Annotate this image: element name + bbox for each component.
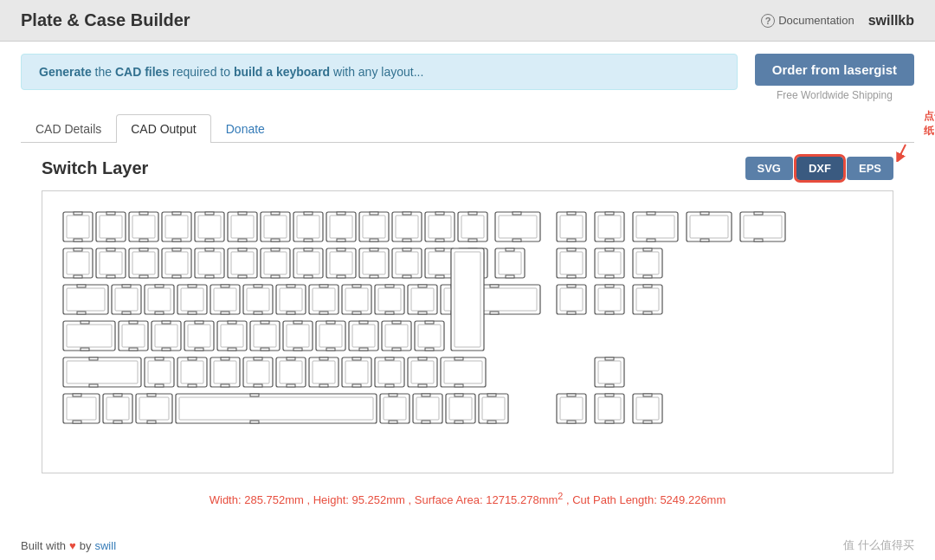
banner: Generate the CAD files required to build… xyxy=(21,54,738,90)
svg-rect-33 xyxy=(455,252,480,347)
svg-rect-37 xyxy=(89,384,98,387)
svg-rect-29 xyxy=(67,325,112,347)
tab-label-cad-details: CAD Details xyxy=(35,122,101,136)
footer: Built with ♥ by swill 值 什么值得买 xyxy=(0,527,935,560)
svg-rect-18 xyxy=(754,212,763,215)
svg-rect-41 xyxy=(455,384,463,387)
stat-cut-val: 5249.226mm xyxy=(660,493,725,506)
section-title: Switch Layer xyxy=(42,158,148,178)
svg-button[interactable]: SVG xyxy=(745,157,793,180)
shipping-label: Free Worldwide Shipping xyxy=(755,89,914,101)
svg-rect-52 xyxy=(250,394,259,396)
svg-rect-64 xyxy=(455,394,463,396)
svg-rect-51 xyxy=(179,397,373,420)
svg-rect-27 xyxy=(490,312,499,314)
footer-watermark: 值 什么值得买 xyxy=(843,537,914,553)
svg-rect-6 xyxy=(513,212,521,215)
tab-cad-output[interactable]: CAD Output xyxy=(116,114,210,143)
svg-rect-59 xyxy=(416,397,439,420)
footer-link[interactable]: swill xyxy=(94,539,116,552)
svg-rect-68 xyxy=(487,394,496,396)
svg-rect-53 xyxy=(250,421,259,423)
keyboard-container xyxy=(42,190,893,473)
svg-rect-39 xyxy=(444,361,482,383)
tab-cad-details[interactable]: CAD Details xyxy=(21,114,116,143)
svg-rect-17 xyxy=(744,216,782,238)
svg-rect-7 xyxy=(513,239,521,241)
svg-rect-2 xyxy=(67,205,75,208)
format-btn-group: SVG DXF EPS 点击下载图 纸 xyxy=(745,157,893,180)
stat-area-label: Surface Area: xyxy=(415,493,486,506)
stat-area-val: 12715.278mm2 xyxy=(486,493,563,506)
svg-rect-44 xyxy=(73,394,81,396)
banner-strong1: Generate xyxy=(39,65,92,79)
svg-rect-36 xyxy=(89,357,98,360)
banner-mid1: the xyxy=(95,65,115,79)
main-content: Switch Layer SVG DXF EPS 点击下载图 纸 xyxy=(21,143,914,527)
header: Plate & Case Builder ? Documentation swi… xyxy=(0,0,935,42)
banner-strong2: CAD files xyxy=(115,65,169,79)
stats-bar: Width: 285.752mm , Height: 95.252mm , Su… xyxy=(42,484,893,513)
svg-rect-35 xyxy=(67,361,138,383)
banner-text: Generate the CAD files required to build… xyxy=(39,65,423,79)
stat-height-val: 95.252mm xyxy=(352,493,405,506)
svg-rect-14 xyxy=(700,212,709,215)
tab-donate[interactable]: Donate xyxy=(211,114,280,143)
brand-label: swillkb xyxy=(868,13,914,29)
stat-width-val: 285.752mm xyxy=(244,493,304,506)
footer-left: Built with ♥ by swill xyxy=(21,539,116,552)
svg-rect-48 xyxy=(147,394,156,396)
svg-rect-5 xyxy=(499,216,537,238)
stat-sep2: , xyxy=(409,493,415,506)
svg-rect-55 xyxy=(384,397,406,420)
doc-label: Documentation xyxy=(778,14,854,27)
svg-rect-65 xyxy=(455,421,463,423)
stat-width-label: Width: xyxy=(210,493,244,506)
svg-rect-67 xyxy=(482,397,505,420)
footer-text: Built with xyxy=(21,539,66,552)
keyboard-svg xyxy=(56,205,879,459)
svg-rect-10 xyxy=(647,212,655,215)
stat-cut-label: Cut Path Length: xyxy=(572,493,660,506)
tab-label-cad-output: CAD Output xyxy=(131,122,196,136)
annotation-text: 点击下载图 纸 xyxy=(924,109,935,138)
svg-rect-47 xyxy=(139,397,169,420)
svg-rect-63 xyxy=(449,397,472,420)
banner-mid2: required to xyxy=(172,65,234,79)
stat-height-label: Height: xyxy=(313,493,352,506)
svg-rect-61 xyxy=(422,421,430,423)
svg-rect-45 xyxy=(73,421,81,423)
doc-link[interactable]: ? Documentation xyxy=(761,14,854,28)
annotation-line2: 纸 xyxy=(924,125,934,137)
info-icon: ? xyxy=(761,14,775,28)
svg-rect-49 xyxy=(147,421,156,423)
svg-rect-69 xyxy=(487,421,496,423)
svg-rect-56 xyxy=(389,394,397,396)
svg-rect-40 xyxy=(455,357,463,360)
svg-rect-60 xyxy=(422,394,430,396)
section-header: Switch Layer SVG DXF EPS 点击下载图 纸 xyxy=(42,157,893,180)
app-title: Plate & Case Builder xyxy=(21,10,190,30)
svg-rect-13 xyxy=(690,216,728,238)
svg-rect-43 xyxy=(67,397,96,420)
svg-rect-19 xyxy=(754,239,763,241)
eps-button[interactable]: EPS xyxy=(847,157,893,180)
dxf-button[interactable]: DXF xyxy=(796,157,843,180)
tab-label-donate: Donate xyxy=(226,122,265,136)
svg-rect-9 xyxy=(636,216,674,238)
svg-rect-22 xyxy=(77,285,86,287)
tab-bar: CAD Details CAD Output Donate xyxy=(21,113,914,143)
svg-rect-30 xyxy=(81,321,89,324)
banner-strong3: build a keyboard xyxy=(234,65,330,79)
svg-rect-31 xyxy=(81,348,89,351)
stat-sep1: , xyxy=(306,493,313,506)
order-section: Order from lasergist Free Worldwide Ship… xyxy=(755,54,914,101)
footer-by: by xyxy=(80,539,92,552)
svg-rect-21 xyxy=(67,288,105,311)
banner-suffix: with any layout... xyxy=(333,65,423,79)
order-button[interactable]: Order from lasergist xyxy=(755,54,914,86)
svg-rect-15 xyxy=(700,239,709,241)
svg-rect-57 xyxy=(389,421,397,423)
svg-rect-26 xyxy=(490,285,499,287)
svg-rect-23 xyxy=(77,312,86,314)
